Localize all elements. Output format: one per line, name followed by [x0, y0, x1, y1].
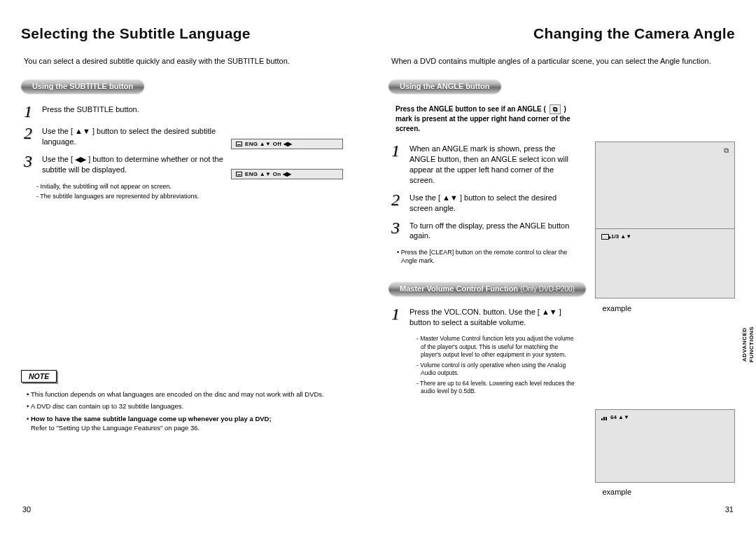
instruction-a: Press the ANGLE button to see if an ANGL…	[396, 105, 546, 113]
camera-icon	[601, 234, 609, 240]
clear-note-text: Press the [CLEAR] button on the remote c…	[397, 248, 578, 265]
mvc-notes: Master Volume Control function lets you …	[388, 335, 578, 395]
step-a1: 1 When an ANGLE mark is shown, press the…	[388, 144, 578, 185]
tab-line: ADVANCED	[741, 327, 748, 362]
step-3: 3 Use the [ ◀▶ ] button to determine whe…	[21, 154, 224, 175]
mvc-title: Master Volume Control Function	[400, 284, 518, 293]
section-tab: ADVANCED FUNCTIONS	[741, 327, 755, 362]
osd-bar-off: ENG ▲▼ Off ◀▶	[231, 139, 343, 149]
note-item: How to have the same subtitle language c…	[27, 414, 368, 433]
screen-angle-select: 1/3 ▲▼	[595, 228, 735, 298]
screen-volume: 64 ▲▼	[595, 409, 735, 483]
step-1: 1 Press the SUBTITLE button.	[21, 104, 224, 120]
mvc-note: There are up to 64 levels. Lowering each…	[416, 380, 578, 396]
osd-text: ENG ▲▼ On ◀▶	[245, 171, 292, 177]
step-a3: 3 To turn off the display, press the ANG…	[388, 221, 578, 242]
step-number: 2	[24, 126, 36, 147]
osd-column: ENG ▲▼ Off ◀▶ ENG ▲▼ On ◀▶	[231, 139, 343, 199]
step-subnotes: Initially, the subtitling will not appea…	[21, 182, 224, 201]
step-2: 2 Use the [ ▲▼ ] button to select the de…	[21, 126, 224, 147]
mvc-note: Volume control is only operative when us…	[416, 362, 578, 378]
osd-text: 64 ▲▼	[610, 414, 629, 420]
osd-bar-on: ENG ▲▼ On ◀▶	[231, 169, 343, 179]
osd-text: 1/3 ▲▼	[611, 233, 631, 240]
step-number: 3	[391, 221, 404, 242]
right-page: Changing the Camera Angle When a DVD con…	[388, 25, 735, 515]
camera-angle-icon: ⧉	[550, 104, 561, 115]
subtitle-icon	[236, 172, 242, 177]
note-bold: How to have the same subtitle language c…	[31, 415, 272, 422]
step-number: 1	[391, 307, 404, 328]
osd-text: ENG ▲▼ Off ◀▶	[245, 141, 292, 147]
osd-band-angle: 1/3 ▲▼	[601, 233, 631, 240]
note-heading: NOTE	[21, 370, 57, 383]
step-number: 1	[24, 104, 36, 120]
intro-right: When a DVD contains multiple angles of a…	[388, 56, 735, 67]
subtitle-section-heading: Using the SUBTITLE button	[21, 79, 144, 93]
angle-section-heading: Using the ANGLE button	[388, 79, 501, 93]
step-text: Press the SUBTITLE button.	[42, 104, 224, 120]
camera-angle-icon: ⧉	[724, 146, 729, 155]
note-ref: Refer to "Setting Up the Language Featur…	[31, 424, 200, 432]
step-text: When an ANGLE mark is shown, press the A…	[410, 144, 578, 185]
step-a2: 2 Use the [ ▲▼ ] button to select the de…	[388, 193, 578, 214]
example-label: example	[602, 304, 631, 312]
note-item: A DVD disc can contain up to 32 subtitle…	[27, 401, 368, 411]
clear-note: Press the [CLEAR] button on the remote c…	[388, 248, 578, 265]
mvc-note: Master Volume Control function lets you …	[416, 335, 578, 359]
step-number: 2	[391, 193, 404, 214]
osd-band-volume: 64 ▲▼	[601, 414, 629, 420]
step-text: Press the VOL.CON. button. Use the [ ▲▼ …	[410, 307, 578, 328]
mvc-section-heading: Master Volume Control Function (Only DVD…	[388, 282, 586, 296]
intro-left: You can select a desired subtitle quickl…	[21, 56, 368, 67]
page-title-right: Changing the Camera Angle	[388, 25, 735, 42]
subnote: The subtitle languages are represented b…	[36, 192, 224, 201]
step-b1: 1 Press the VOL.CON. button. Use the [ ▲…	[388, 307, 578, 328]
notes-block: NOTE This function depends on what langu…	[21, 369, 368, 432]
step-text: To turn off the display, press the ANGLE…	[410, 221, 578, 242]
example-label: example	[602, 488, 631, 496]
subnote: Initially, the subtitling will not appea…	[36, 182, 224, 191]
volume-bars-icon	[601, 415, 608, 420]
mvc-suffix: (Only DVD-P200)	[520, 285, 575, 293]
angle-instruction: Press the ANGLE button to see if an ANGL…	[388, 104, 578, 135]
step-text: Use the [ ▲▼ ] button to select the desi…	[410, 193, 578, 214]
page-number-right: 31	[725, 505, 734, 514]
note-item: This function depends on what languages …	[27, 390, 368, 399]
step-number: 1	[391, 144, 404, 185]
page-number-left: 30	[22, 505, 31, 514]
step-text: Use the [ ▲▼ ] button to select the desi…	[42, 126, 224, 147]
left-page: Selecting the Subtitle Language You can …	[21, 25, 368, 515]
step-text: Use the [ ◀▶ ] button to determine wheth…	[42, 154, 224, 175]
page-title-left: Selecting the Subtitle Language	[21, 25, 368, 42]
step-number: 3	[24, 154, 36, 175]
tab-line: FUNCTIONS	[748, 327, 754, 362]
note-list: This function depends on what languages …	[21, 390, 368, 432]
subtitle-icon	[236, 142, 242, 146]
